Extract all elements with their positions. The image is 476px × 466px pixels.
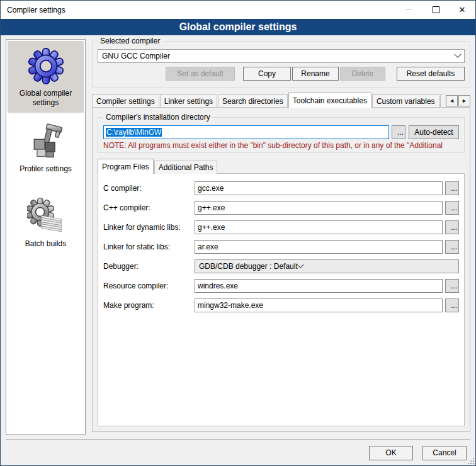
c-compiler-browse-button[interactable]: ... bbox=[445, 181, 459, 195]
resource-compiler-row: Resource compiler: ... bbox=[103, 279, 459, 293]
close-icon: ✕ bbox=[459, 6, 466, 14]
debugger-select[interactable]: GDB/CDB debugger : Default bbox=[195, 259, 459, 273]
static-linker-input[interactable] bbox=[195, 240, 443, 254]
toolchain-executables-page: Compiler's installation directory C:\ray… bbox=[92, 107, 470, 432]
tab-program-files[interactable]: Program Files bbox=[98, 159, 154, 174]
bin-subdirectory-note: NOTE: All programs must exist either in … bbox=[103, 141, 459, 150]
selected-compiler-group-label: Selected compiler bbox=[98, 37, 162, 45]
make-program-browse-button[interactable]: ... bbox=[445, 298, 459, 312]
compiler-select-value: GNU GCC Compiler bbox=[102, 52, 455, 60]
rename-button[interactable]: Rename bbox=[292, 67, 339, 81]
settings-tabs: Compiler settings Linker settings Search… bbox=[92, 93, 443, 108]
tab-linker-settings[interactable]: Linker settings bbox=[160, 94, 217, 108]
sidebar-item-profiler-settings[interactable]: Profiler settings bbox=[8, 116, 84, 179]
tab-custom-variables[interactable]: Custom variables bbox=[372, 94, 439, 108]
compiler-settings-dialog: Compiler settings ✕ Global compiler sett… bbox=[0, 0, 476, 466]
ok-button[interactable]: OK bbox=[369, 446, 413, 460]
window-controls: ✕ bbox=[396, 1, 475, 19]
sidebar-item-label: Global compiler settings bbox=[9, 89, 82, 108]
dialog-body: Global compiler settings bbox=[1, 35, 475, 439]
resource-compiler-label: Resource compiler: bbox=[103, 281, 195, 290]
tab-additional-paths[interactable]: Additional Paths bbox=[154, 161, 218, 174]
sidebar-item-label: Batch builds bbox=[9, 239, 82, 249]
tab-toolchain-executables[interactable]: Toolchain executables bbox=[288, 93, 371, 108]
resource-compiler-browse-button[interactable]: ... bbox=[445, 279, 459, 293]
titlebar: Compiler settings ✕ bbox=[1, 1, 475, 19]
minimize-button[interactable] bbox=[396, 1, 422, 19]
tab-search-directories[interactable]: Search directories bbox=[218, 94, 288, 108]
c-compiler-label: C compiler: bbox=[103, 184, 195, 193]
static-linker-browse-button[interactable]: ... bbox=[445, 240, 459, 254]
dialog-footer: OK Cancel bbox=[1, 440, 475, 465]
static-linker-row: Linker for static libs: ... bbox=[103, 240, 459, 254]
dynamic-linker-input[interactable] bbox=[195, 220, 443, 234]
static-linker-label: Linker for static libs: bbox=[103, 242, 195, 251]
sidebar-item-batch-builds[interactable]: Batch builds bbox=[8, 191, 84, 254]
selected-compiler-group: Selected compiler GNU GCC Compiler Set a… bbox=[92, 41, 470, 88]
cpp-compiler-browse-button[interactable]: ... bbox=[445, 201, 459, 215]
sidebar-item-global-compiler-settings[interactable]: Global compiler settings bbox=[8, 41, 84, 113]
maximize-icon bbox=[433, 6, 439, 13]
cpp-compiler-input[interactable] bbox=[195, 201, 443, 215]
global-settings-gear-icon bbox=[9, 45, 82, 88]
page-title: Global compiler settings bbox=[1, 19, 475, 35]
dynamic-linker-row: Linker for dynamic libs: ... bbox=[103, 220, 459, 234]
debugger-select-value: GDB/CDB debugger : Default bbox=[199, 262, 298, 271]
debugger-label: Debugger: bbox=[103, 262, 195, 271]
make-program-input[interactable] bbox=[195, 298, 443, 312]
close-button[interactable]: ✕ bbox=[449, 1, 475, 19]
program-files-page: C compiler: ... C++ compiler: ... Linker… bbox=[98, 173, 465, 426]
tab-scroll-left-button[interactable]: ◄ bbox=[446, 95, 458, 106]
reset-defaults-button[interactable]: Reset defaults bbox=[397, 67, 465, 81]
dynamic-linker-browse-button[interactable]: ... bbox=[445, 220, 459, 234]
chevron-down-icon bbox=[454, 51, 461, 58]
batch-builds-gear-icon bbox=[9, 195, 82, 238]
debugger-row: Debugger: GDB/CDB debugger : Default bbox=[103, 259, 459, 273]
set-as-default-button[interactable]: Set as default bbox=[166, 67, 235, 81]
c-compiler-row: C compiler: ... bbox=[103, 181, 459, 195]
installation-directory-group: Compiler's installation directory C:\ray… bbox=[98, 117, 465, 153]
tab-scroll-right-button[interactable]: ► bbox=[458, 95, 470, 106]
settings-sidebar: Global compiler settings bbox=[6, 39, 86, 435]
compiler-select[interactable]: GNU GCC Compiler bbox=[98, 49, 465, 63]
delete-button[interactable]: Delete bbox=[340, 67, 385, 81]
cpp-compiler-row: C++ compiler: ... bbox=[103, 201, 459, 215]
tab-compiler-settings[interactable]: Compiler settings bbox=[92, 94, 159, 108]
compiler-buttons-row: Set as default Copy Rename Delete Reset … bbox=[98, 67, 465, 81]
installation-directory-value: C:\raylib\MinGW bbox=[106, 128, 162, 137]
tab-scroll-arrows: ◄ ► bbox=[446, 95, 470, 106]
copy-button[interactable]: Copy bbox=[243, 67, 291, 81]
programs-tabstrip: Program Files Additional Paths bbox=[98, 159, 465, 174]
maximize-button[interactable] bbox=[422, 1, 449, 19]
installation-directory-browse-button[interactable]: ... bbox=[392, 125, 405, 139]
make-program-row: Make program: ... bbox=[103, 298, 459, 312]
cancel-button[interactable]: Cancel bbox=[422, 446, 467, 460]
installation-directory-input[interactable]: C:\raylib\MinGW bbox=[103, 125, 389, 139]
tab-build-options[interactable]: Build options bbox=[440, 94, 443, 108]
dynamic-linker-label: Linker for dynamic libs: bbox=[103, 223, 195, 232]
profiler-caliper-icon bbox=[9, 120, 82, 163]
make-program-label: Make program: bbox=[103, 301, 195, 310]
cpp-compiler-label: C++ compiler: bbox=[103, 203, 195, 212]
sidebar-item-label: Profiler settings bbox=[9, 164, 82, 174]
window-title: Compiler settings bbox=[1, 6, 396, 14]
settings-tabstrip: Compiler settings Linker settings Search… bbox=[92, 93, 470, 108]
installation-directory-group-label: Compiler's installation directory bbox=[103, 113, 213, 122]
minimize-icon bbox=[406, 9, 412, 10]
installation-directory-row: C:\raylib\MinGW ... Auto-detect bbox=[103, 125, 459, 139]
main-content: Selected compiler GNU GCC Compiler Set a… bbox=[92, 39, 470, 435]
resource-compiler-input[interactable] bbox=[195, 279, 443, 293]
resize-grip[interactable] bbox=[467, 457, 474, 464]
auto-detect-button[interactable]: Auto-detect bbox=[409, 125, 459, 139]
c-compiler-input[interactable] bbox=[195, 181, 443, 195]
